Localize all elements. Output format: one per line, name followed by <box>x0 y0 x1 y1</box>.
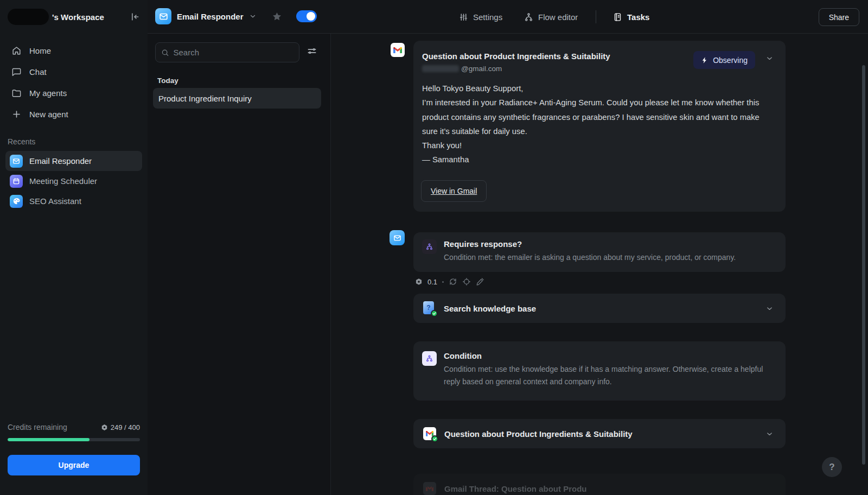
lightning-icon <box>701 56 709 64</box>
recent-agent-seo-assistant[interactable]: SEO Assistant <box>5 191 142 211</box>
knowledge-doc-icon: ? <box>423 301 436 315</box>
settings-sliders-icon <box>459 12 468 22</box>
sidebar-item-label: New agent <box>29 110 68 119</box>
agent-enabled-toggle[interactable] <box>296 10 317 22</box>
task-group-heading: Today <box>157 77 178 85</box>
check-badge-icon <box>431 310 438 317</box>
email-result-row[interactable]: Question about Product Ingredients & Sui… <box>413 419 786 448</box>
flow-editor-icon <box>524 12 533 22</box>
task-list-item[interactable]: Product Ingredient Inquiry <box>153 88 321 109</box>
email-body: Hello Tokyo Beauty Support, I’m interest… <box>422 81 761 167</box>
view-in-gmail-button[interactable]: View in Gmail <box>421 180 487 202</box>
gmail-icon <box>391 43 405 57</box>
credits-value: 249 / 400 <box>111 423 140 431</box>
row-title: Gmail Thread: Question about Produ <box>444 484 587 493</box>
workspace-header[interactable]: 's Workspace <box>8 8 140 26</box>
filter-icon[interactable] <box>307 46 317 56</box>
rerun-icon[interactable] <box>449 277 457 286</box>
chevron-down-icon[interactable] <box>765 304 774 313</box>
task-detail-area: Question about Product Ingredients & Sui… <box>331 34 868 495</box>
credits-progress-fill <box>8 438 90 441</box>
sidebar-item-home[interactable]: Home <box>5 40 142 61</box>
dot-separator <box>442 281 444 283</box>
row-title: Question about Product Ingredients & Sui… <box>444 429 633 439</box>
workspace-name-suffix: 's Workspace <box>52 12 129 22</box>
agent-envelope-icon <box>155 8 171 24</box>
credits-row: Credits remaining 249 / 400 <box>8 423 140 431</box>
vertical-scrollbar[interactable] <box>862 65 865 465</box>
tab-label: Flow editor <box>538 12 578 22</box>
search-input[interactable] <box>174 48 293 57</box>
help-button[interactable]: ? <box>822 457 842 477</box>
knowledge-base-row[interactable]: ? Search knowledge base <box>413 294 786 323</box>
envelope-icon <box>10 155 23 168</box>
step-title: Requires response? <box>444 239 736 249</box>
chevron-down-icon[interactable] <box>765 54 774 62</box>
agent-title[interactable]: Email Responder <box>177 12 244 21</box>
collapse-sidebar-icon[interactable] <box>129 11 140 22</box>
search-icon <box>161 48 169 57</box>
chat-icon <box>11 67 22 78</box>
edit-pen-icon[interactable] <box>476 277 484 286</box>
sidebar-nav: Home Chat My agents New agent <box>5 40 142 125</box>
condition-icon <box>422 239 437 254</box>
condition-card[interactable]: Condition Condition met: use the knowled… <box>413 341 786 401</box>
sidebar-item-label: My agents <box>29 88 67 98</box>
credits-progress-bar <box>8 438 140 441</box>
credit-coin-icon <box>101 424 108 431</box>
tasks-journal-icon <box>613 12 622 22</box>
email-body-line: Thank you! <box>422 138 761 153</box>
gmail-thread-row[interactable]: Gmail Thread: Question about Produ <box>413 474 786 495</box>
email-body-line: — Samantha <box>422 153 761 167</box>
chevron-down-icon[interactable] <box>249 12 257 20</box>
tab-label: Settings <box>473 12 502 22</box>
task-list-panel: Today Product Ingredient Inquiry <box>148 34 331 495</box>
sender-redacted <box>422 65 459 72</box>
step-description: Condition met: the emailer is asking a q… <box>444 251 736 264</box>
step-meta-row: 0.1 <box>415 277 484 286</box>
agent-envelope-icon <box>390 230 405 245</box>
status-label: Observing <box>713 56 748 65</box>
sidebar-item-my-agents[interactable]: My agents <box>5 82 142 104</box>
share-button[interactable]: Share <box>819 8 859 26</box>
sidebar-item-new-agent[interactable]: New agent <box>5 104 142 125</box>
recents-heading: Recents <box>8 137 35 146</box>
topbar: Email Responder Settings Flow editor Tas… <box>148 0 868 34</box>
tab-flow-editor[interactable]: Flow editor <box>524 9 578 25</box>
chevron-down-icon[interactable] <box>765 430 774 438</box>
search-box <box>155 42 299 62</box>
sender-domain: @gmail.com <box>461 65 502 73</box>
tab-settings[interactable]: Settings <box>459 9 502 25</box>
palette-icon <box>10 195 23 208</box>
home-icon <box>11 46 22 56</box>
gmail-icon <box>423 482 437 495</box>
sidebar-item-label: Chat <box>29 67 47 77</box>
credit-coin-icon <box>415 278 423 285</box>
recent-agent-label: Meeting Scheduler <box>29 176 97 186</box>
credits-label: Credits remaining <box>8 423 67 431</box>
row-title: Search knowledge base <box>444 304 536 313</box>
agent-header: Email Responder <box>155 8 317 24</box>
step-cost: 0.1 <box>427 278 437 286</box>
email-message-card: Question about Product Ingredients & Sui… <box>413 41 786 212</box>
step-title: Condition <box>444 351 769 360</box>
tab-label: Tasks <box>627 12 649 22</box>
recent-agent-label: SEO Assistant <box>29 196 81 206</box>
condition-icon <box>422 351 437 366</box>
folder-icon <box>11 88 22 99</box>
requires-response-card[interactable]: Requires response? Condition met: the em… <box>413 232 786 272</box>
topnav-divider <box>596 10 596 23</box>
star-favorite-icon[interactable] <box>272 11 282 22</box>
sidebar-item-label: Home <box>29 46 51 55</box>
status-badge[interactable]: Observing <box>693 51 755 69</box>
recent-agent-email-responder[interactable]: Email Responder <box>5 151 142 171</box>
recent-agent-meeting-scheduler[interactable]: Meeting Scheduler <box>5 171 142 191</box>
upgrade-button[interactable]: Upgrade <box>8 455 140 475</box>
tab-tasks[interactable]: Tasks <box>613 9 649 25</box>
task-item-label: Product Ingredient Inquiry <box>158 94 252 103</box>
sidebar-item-chat[interactable]: Chat <box>5 61 142 82</box>
recent-agent-label: Email Responder <box>29 156 92 166</box>
email-body-line: I’m interested in your Radiance+ Anti-Ag… <box>422 96 761 138</box>
target-icon[interactable] <box>462 277 471 286</box>
recents-list: Email Responder Meeting Scheduler SEO As… <box>5 151 142 211</box>
